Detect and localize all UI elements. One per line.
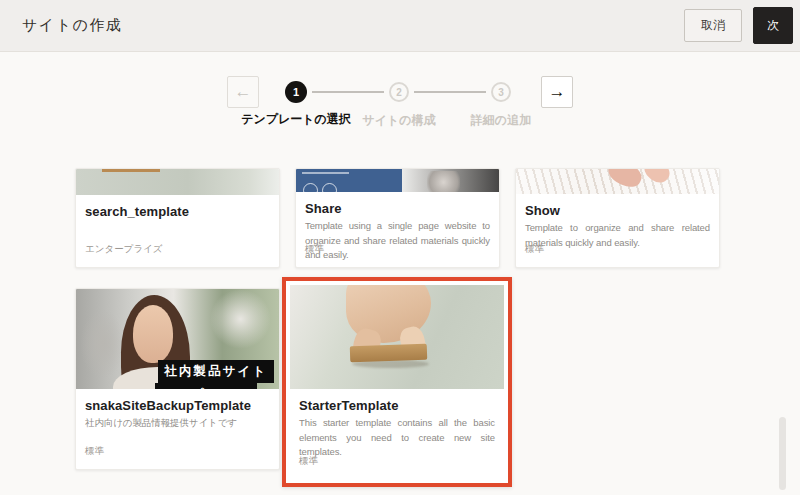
wood-block-shape xyxy=(102,169,160,172)
arrow-right-icon: → xyxy=(549,82,566,102)
step-add-details[interactable]: 3 詳細の追加 xyxy=(491,82,511,102)
template-category: エンタープライズ xyxy=(85,243,163,256)
template-title: search_template xyxy=(76,195,279,219)
step-2-label: サイトの構成 xyxy=(362,112,435,129)
step-3-label: 詳細の追加 xyxy=(471,112,531,129)
template-category: 標準 xyxy=(305,243,324,256)
step-template-selection[interactable]: 1 テンプレートの選択 xyxy=(285,81,307,103)
selected-card-inner: StarterTemplate This starter template co… xyxy=(290,285,504,479)
step-1-label: テンプレートの選択 xyxy=(241,111,351,128)
template-card-show[interactable]: Show Template to organize and share rela… xyxy=(515,168,720,268)
template-description: Template using a single page website to … xyxy=(296,216,499,263)
template-title: Share xyxy=(296,192,499,216)
arrow-left-icon: ← xyxy=(235,82,252,102)
header-bar: サイトの作成 取消 次 xyxy=(0,0,800,52)
thumbnail-portrait xyxy=(402,169,499,192)
vertical-scrollbar-thumb[interactable] xyxy=(779,417,786,490)
template-category: 標準 xyxy=(85,445,104,458)
template-thumbnail xyxy=(296,169,499,192)
template-description: Template to organize and share related m… xyxy=(516,218,719,250)
thumbnail-text-line xyxy=(302,172,349,174)
template-category: 標準 xyxy=(299,455,318,468)
thumbnail-blue-panel xyxy=(296,169,402,192)
background-blur-shape xyxy=(80,309,125,379)
template-category: 標準 xyxy=(525,243,544,256)
stepper-steps: 1 テンプレートの選択 2 サイトの構成 3 詳細の追加 xyxy=(285,81,511,103)
step-2-circle: 2 xyxy=(389,82,409,102)
circle-shape xyxy=(322,183,337,192)
template-card-share[interactable]: Share Template using a single page websi… xyxy=(295,168,500,268)
template-card-starter-template-selected[interactable]: StarterTemplate This starter template co… xyxy=(282,277,512,487)
template-description: 社内向けの製品情報提供サイトです xyxy=(76,413,279,431)
thumbnail-overlay-text: 社内製品サイト xyxy=(158,360,274,383)
stepper-back-button[interactable]: ← xyxy=(227,76,259,108)
step-connector xyxy=(312,91,384,93)
thumbnail-overlay-text: テンプレート xyxy=(155,383,257,389)
step-3-circle: 3 xyxy=(491,82,511,102)
face-shape xyxy=(427,171,460,192)
template-card-snaka-site-backup[interactable]: 社内製品サイト テンプレート snakaSiteBackupTemplate 社… xyxy=(75,288,280,470)
background-blur-shape xyxy=(210,289,271,349)
stepper-forward-button[interactable]: → xyxy=(541,76,573,108)
step-site-structure[interactable]: 2 サイトの構成 xyxy=(389,82,409,102)
step-1-circle: 1 xyxy=(285,81,307,103)
face-shape xyxy=(133,305,174,363)
page-title: サイトの作成 xyxy=(22,16,684,35)
cancel-button[interactable]: 取消 xyxy=(684,9,742,42)
template-thumbnail xyxy=(516,169,719,194)
next-button[interactable]: 次 xyxy=(753,7,793,44)
template-title: Show xyxy=(516,194,719,218)
template-thumbnail xyxy=(290,285,504,389)
step-connector xyxy=(414,91,486,93)
template-thumbnail: 社内製品サイト テンプレート xyxy=(76,289,279,389)
site-creation-dialog: サイトの作成 取消 次 ← 1 テンプレートの選択 2 サイトの構成 3 詳細の… xyxy=(0,0,800,495)
template-card-search-template[interactable]: search_template エンタープライズ xyxy=(75,168,280,268)
template-description: This starter template contains all the b… xyxy=(290,413,504,460)
template-thumbnail xyxy=(76,169,279,195)
circle-shape xyxy=(303,183,318,192)
template-title: snakaSiteBackupTemplate xyxy=(76,389,279,413)
wizard-stepper: ← 1 テンプレートの選択 2 サイトの構成 3 詳細の追加 → xyxy=(0,76,800,146)
template-title: StarterTemplate xyxy=(290,389,504,413)
wood-block-shape xyxy=(350,344,428,362)
